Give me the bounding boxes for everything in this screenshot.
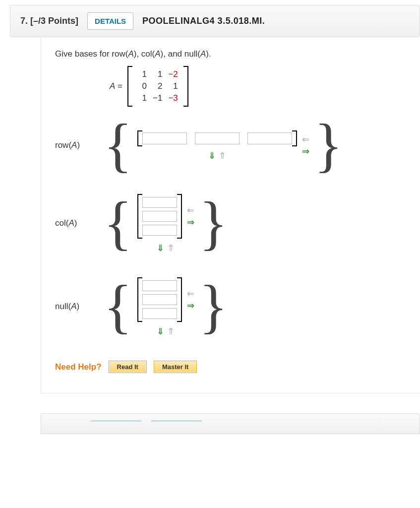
add-col-right-icon[interactable]: ⇒ (302, 147, 309, 156)
col-space-label: col(A) (55, 218, 95, 228)
row-vector-input (137, 130, 297, 146)
read-it-button[interactable]: Read It (109, 361, 147, 373)
null-entry-3[interactable] (142, 308, 177, 319)
add-col-right-icon[interactable]: ⇒ (187, 218, 194, 227)
remove-col-left-icon[interactable]: ⇐ (302, 135, 309, 144)
row-entry-2[interactable] (195, 132, 240, 144)
null-entry-2[interactable] (142, 294, 177, 305)
question-number: 7. [–/3 Points] (20, 16, 78, 26)
col-entry-1[interactable] (142, 197, 177, 208)
next-question-header-peek (41, 413, 420, 434)
left-brace-icon: { (104, 122, 132, 169)
remove-col-left-icon[interactable]: ⇐ (187, 206, 194, 215)
help-row: Need Help? Read It Master It (55, 361, 420, 373)
question-header: 7. [–/3 Points] DETAILS POOLELINALG4 3.5… (10, 5, 420, 37)
need-help-label: Need Help? (55, 362, 102, 372)
peek-slot-2 (151, 421, 202, 421)
matrix-A: 11−2 021 1−1−3 (127, 66, 188, 107)
col-entry-2[interactable] (142, 211, 177, 222)
details-button[interactable]: DETAILS (87, 12, 133, 30)
add-col-right-icon[interactable]: ⇒ (187, 301, 194, 310)
row-entry-3[interactable] (247, 132, 292, 144)
right-brace-icon: } (199, 199, 228, 247)
row-entry-1[interactable] (142, 132, 187, 144)
null-vector-input (137, 277, 182, 322)
add-row-down-icon[interactable]: ⇓ (157, 327, 164, 336)
remove-col-left-icon[interactable]: ⇐ (187, 289, 194, 298)
left-brace-icon: { (104, 199, 132, 247)
null-space-label: null(A) (55, 302, 95, 312)
row-space-row: row(A) { ⇓ ⇑ ⇐ ⇒ (55, 122, 420, 169)
left-brace-icon: { (104, 283, 132, 330)
question-code: POOLELINALG4 3.5.018.MI. (142, 16, 265, 26)
add-row-down-icon[interactable]: ⇓ (157, 244, 164, 253)
remove-row-up-icon[interactable]: ⇑ (167, 327, 175, 336)
matrix-definition: A = 11−2 021 1−1−3 (110, 66, 420, 107)
right-brace-icon: } (199, 283, 228, 330)
null-entry-1[interactable] (142, 280, 177, 291)
master-it-button[interactable]: Master It (154, 361, 197, 373)
add-row-down-icon[interactable]: ⇓ (208, 151, 216, 160)
remove-row-up-icon[interactable]: ⇑ (167, 244, 175, 253)
row-space-label: row(A) (55, 140, 95, 150)
col-entry-3[interactable] (142, 225, 177, 236)
remove-row-up-icon[interactable]: ⇑ (219, 151, 226, 160)
null-space-row: null(A) { ⇐ ⇒ (55, 277, 420, 336)
col-vector-input (137, 194, 182, 239)
col-space-row: col(A) { ⇐ ⇒ (55, 194, 420, 253)
instruction-text: Give bases for row(A), col(A), and null(… (55, 49, 420, 59)
peek-slot-1 (91, 421, 141, 421)
question-body: Give bases for row(A), col(A), and null(… (41, 37, 420, 393)
right-brace-icon: } (314, 122, 343, 169)
